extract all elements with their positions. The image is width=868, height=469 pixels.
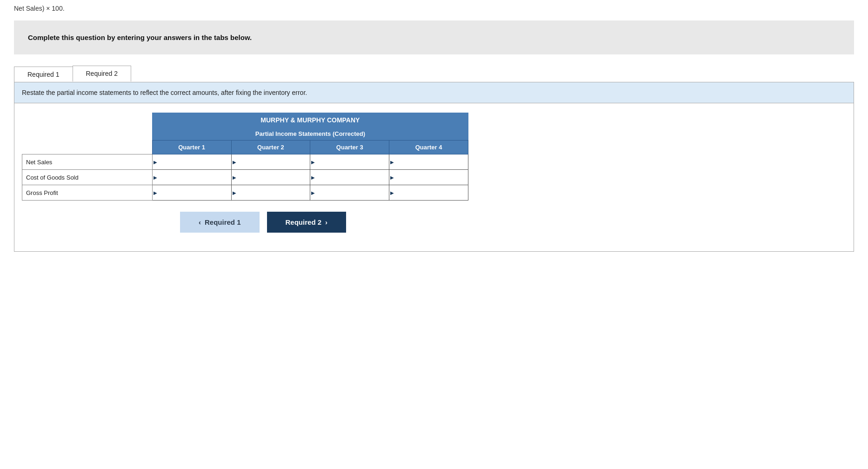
company-title: MURPHY & MURPHY COMPANY [152, 113, 468, 127]
cogs-q3-cell [310, 170, 389, 185]
gp-q4-input[interactable] [389, 185, 468, 200]
table-row: Gross Profit [22, 185, 468, 201]
cogs-q1-cell [152, 170, 231, 185]
gp-q1-cell [152, 185, 231, 201]
net-sales-q2-cell [231, 154, 310, 170]
tab-required2[interactable]: Required 2 [73, 66, 132, 82]
chevron-right-icon: › [325, 218, 327, 226]
col-header-q2: Quarter 2 [231, 141, 310, 154]
tab-required1[interactable]: Required 1 [14, 67, 73, 82]
gp-q2-cell [231, 185, 310, 201]
cogs-q2-cell [231, 170, 310, 185]
col-header-q4: Quarter 4 [389, 141, 468, 154]
empty-header [22, 113, 153, 127]
table-row: Cost of Goods Sold [22, 170, 468, 185]
required1-button[interactable]: ‹ Required 1 [180, 212, 260, 233]
restate-instruction: Restate the partial income statements to… [14, 82, 854, 103]
gp-q4-cell [389, 185, 468, 201]
required1-button-label: Required 1 [205, 218, 241, 226]
net-sales-q1-cell [152, 154, 231, 170]
instruction-banner: Complete this question by entering your … [14, 20, 854, 54]
net-sales-q4-input[interactable] [389, 154, 468, 169]
income-table: MURPHY & MURPHY COMPANY Partial Income S… [22, 113, 468, 201]
chevron-left-icon: ‹ [199, 218, 201, 226]
cogs-q4-cell [389, 170, 468, 185]
net-sales-q2-input[interactable] [232, 154, 310, 169]
label-net-sales: Net Sales [22, 154, 153, 170]
gp-q2-input[interactable] [232, 185, 310, 200]
required2-button[interactable]: Required 2 › [267, 212, 347, 233]
col-header-q3: Quarter 3 [310, 141, 389, 154]
label-gross-profit: Gross Profit [22, 185, 153, 201]
gp-q3-cell [310, 185, 389, 201]
empty-header3 [22, 141, 153, 154]
content-area: Restate the partial income statements to… [14, 82, 854, 252]
net-sales-q1-input[interactable] [153, 154, 231, 169]
required2-button-label: Required 2 [286, 218, 322, 226]
cogs-q2-input[interactable] [232, 170, 310, 185]
empty-header2 [22, 127, 153, 141]
table-subtitle: Partial Income Statements (Corrected) [152, 127, 468, 141]
net-sales-q3-cell [310, 154, 389, 170]
restate-instruction-text: Restate the partial income statements to… [22, 89, 307, 96]
net-sales-q4-cell [389, 154, 468, 170]
top-text-content: Net Sales) × 100. [14, 5, 65, 12]
table-wrapper: MURPHY & MURPHY COMPANY Partial Income S… [14, 103, 854, 251]
cogs-q1-input[interactable] [153, 170, 231, 185]
cogs-q4-input[interactable] [389, 170, 468, 185]
instruction-text: Complete this question by entering your … [28, 34, 252, 41]
cogs-q3-input[interactable] [310, 170, 389, 185]
net-sales-q3-input[interactable] [310, 154, 389, 169]
table-row: Net Sales [22, 154, 468, 170]
gp-q1-input[interactable] [153, 185, 231, 200]
gp-q3-input[interactable] [310, 185, 389, 200]
tabs-container: Required 1 Required 2 [14, 66, 854, 82]
label-cogs: Cost of Goods Sold [22, 170, 153, 185]
top-text: Net Sales) × 100. [0, 0, 868, 20]
col-header-q1: Quarter 1 [152, 141, 231, 154]
nav-buttons: ‹ Required 1 Required 2 › [180, 212, 846, 233]
